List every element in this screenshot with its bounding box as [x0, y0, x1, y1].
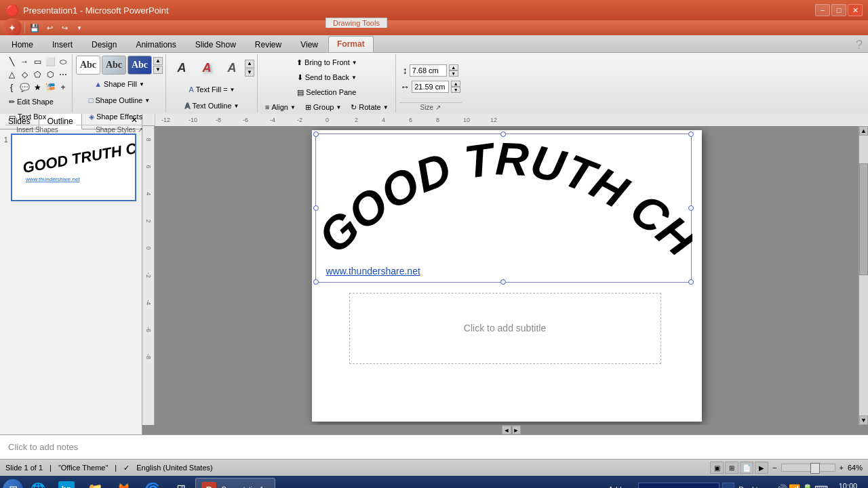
bring-to-front-button[interactable]: ⬆ Bring to Front ▼: [292, 56, 361, 69]
minimize-button[interactable]: −: [815, 4, 830, 16]
edit-shape-button[interactable]: ✏ Edit Shape: [5, 95, 57, 108]
taskbar-hp[interactable]: hp: [53, 478, 80, 488]
height-down-button[interactable]: ▼: [449, 70, 458, 77]
shape-style-1-button[interactable]: Abc: [76, 56, 100, 75]
wordart-style-3[interactable]: A: [220, 56, 244, 80]
width-down-button[interactable]: ▼: [451, 87, 460, 93]
hscroll-thumb[interactable]: [511, 426, 513, 434]
zoom-slider-thumb[interactable]: [810, 463, 820, 474]
address-go-button[interactable]: ▼: [722, 483, 734, 488]
brace-icon[interactable]: {: [5, 81, 18, 94]
slide[interactable]: GOOD TRUTH CHA? www.thundershare.net Cli…: [312, 130, 702, 422]
taskbar-app1[interactable]: 🖥: [167, 478, 194, 488]
notes-area[interactable]: Click to add notes: [0, 434, 868, 459]
tab-view[interactable]: View: [292, 37, 327, 52]
shape-style-3-button[interactable]: Abc: [127, 56, 152, 75]
thumb-svg: GOOD TRUTH CHA? www.thundershare.net: [12, 134, 135, 201]
width-input[interactable]: [412, 81, 449, 93]
height-input[interactable]: [410, 64, 447, 77]
undo-button[interactable]: ↩: [43, 22, 56, 34]
taskbar-files[interactable]: 📁: [81, 478, 108, 488]
close-button[interactable]: ✕: [848, 4, 863, 16]
tab-review[interactable]: Review: [246, 37, 290, 52]
zoom-slider[interactable]: [781, 464, 835, 472]
diamond-icon[interactable]: ◇: [18, 68, 31, 81]
scroll-left-button[interactable]: ◄: [502, 426, 511, 434]
more-icon[interactable]: ⋯: [57, 68, 69, 81]
oval-icon[interactable]: ⬭: [57, 56, 69, 68]
text-fill-button[interactable]: A Text Fill = ▼: [184, 83, 239, 96]
width-up-button[interactable]: ▲: [451, 81, 460, 87]
tab-animations[interactable]: Animations: [127, 37, 184, 52]
slide-sorter-button[interactable]: ⊞: [725, 462, 738, 474]
shape-style-2-button[interactable]: Abc: [102, 56, 126, 75]
tab-design[interactable]: Design: [83, 37, 125, 52]
styles-down-icon[interactable]: ▼: [153, 66, 163, 74]
clock[interactable]: 10:00 26-03-2018: [831, 482, 865, 489]
callout-icon[interactable]: 💬: [18, 81, 31, 94]
tab-insert[interactable]: Insert: [43, 37, 81, 52]
scroll-right-button[interactable]: ►: [511, 426, 521, 434]
slideshow-button[interactable]: ▶: [755, 462, 768, 474]
taskbar-powerpoint[interactable]: P Presentation1...: [195, 478, 275, 488]
wordart-up-icon[interactable]: ▲: [245, 60, 254, 68]
styles-up-icon[interactable]: ▲: [153, 57, 163, 65]
triangle-icon[interactable]: △: [5, 68, 18, 81]
scroll-thumb[interactable]: [859, 163, 868, 275]
zoom-out-icon[interactable]: −: [772, 464, 776, 472]
office-orb[interactable]: ✦: [3, 18, 22, 37]
address-input[interactable]: [638, 483, 719, 488]
scroll-up-button[interactable]: ▲: [859, 126, 868, 136]
shape-outline-button[interactable]: □ Shape Outline ▼: [85, 94, 154, 107]
redo-button[interactable]: ↪: [58, 22, 71, 34]
star-icon[interactable]: ★: [31, 81, 43, 94]
subtitle-box[interactable]: Click to add subtitle: [349, 293, 661, 364]
scroll-down-button[interactable]: ▼: [859, 415, 868, 425]
pentagon-icon[interactable]: ⬠: [31, 68, 43, 81]
handle-bottom-mid[interactable]: [500, 279, 506, 285]
line-icon[interactable]: ╲: [5, 56, 18, 68]
slide-thumbnail-image[interactable]: GOOD TRUTH CHA? www.thundershare.net: [11, 134, 136, 201]
tab-home[interactable]: Home: [3, 37, 42, 52]
wordart-style-1[interactable]: A: [170, 56, 194, 80]
selection-pane-button[interactable]: ▤ Selection Pane: [293, 85, 360, 99]
roundrect-icon[interactable]: ⬜: [44, 56, 56, 68]
wordart-down-icon[interactable]: ▼: [245, 68, 254, 77]
url-text[interactable]: www.thundershare.net: [326, 266, 420, 277]
main-text-box[interactable]: GOOD TRUTH CHA? www.thundershare.net: [315, 134, 692, 283]
horizontal-scrollbar[interactable]: ◄ ►: [502, 425, 521, 434]
taskbar-ie[interactable]: 🌐: [24, 478, 52, 488]
handle-bottom-left[interactable]: [313, 279, 319, 285]
shape-fill-button[interactable]: ▲ Shape Fill ▼: [90, 77, 149, 91]
qat-dropdown[interactable]: ▼: [73, 22, 86, 34]
taskbar-chrome[interactable]: 🌀: [138, 478, 165, 488]
send-to-back-button[interactable]: ⬇ Send to Back ▼: [293, 70, 361, 84]
ribbon-help-icon[interactable]: ?: [856, 38, 868, 52]
taskbar-expand-icon[interactable]: »: [769, 485, 773, 488]
banner-icon[interactable]: 🎏: [44, 81, 56, 94]
maximize-button[interactable]: □: [831, 4, 846, 16]
normal-view-button[interactable]: ▣: [710, 462, 724, 474]
arrow-icon[interactable]: →: [18, 56, 31, 68]
zoom-in-icon[interactable]: +: [840, 464, 844, 472]
size-expand-icon[interactable]: ↗: [435, 104, 441, 111]
rect-icon[interactable]: ▭: [31, 56, 43, 68]
plus-icon[interactable]: +: [57, 81, 69, 94]
tab-slideshow[interactable]: Slide Show: [186, 37, 245, 52]
vertical-scrollbar[interactable]: ▲ ▼: [859, 126, 868, 425]
wordart-style-2[interactable]: A: [195, 56, 219, 80]
tab-format[interactable]: Format: [328, 36, 374, 52]
start-button[interactable]: ⊞: [3, 479, 23, 488]
handle-bottom-right[interactable]: [688, 279, 694, 285]
save-button[interactable]: 💾: [28, 22, 41, 34]
text-box-button[interactable]: ▭ Text Box: [5, 110, 50, 123]
text-outline-button[interactable]: A Text Outline ▼: [181, 99, 243, 113]
hex-icon[interactable]: ⬡: [44, 68, 56, 81]
rotate-button[interactable]: ↻ Rotate ▼: [347, 100, 392, 114]
send-back-icon: ⬇: [297, 73, 303, 82]
reading-view-button[interactable]: 📄: [740, 462, 753, 474]
height-up-button[interactable]: ▲: [449, 64, 458, 70]
align-button[interactable]: ≡ Align ▼: [261, 100, 300, 114]
taskbar-firefox[interactable]: 🦊: [110, 478, 137, 488]
group-button[interactable]: ⊞ Group ▼: [301, 100, 346, 114]
